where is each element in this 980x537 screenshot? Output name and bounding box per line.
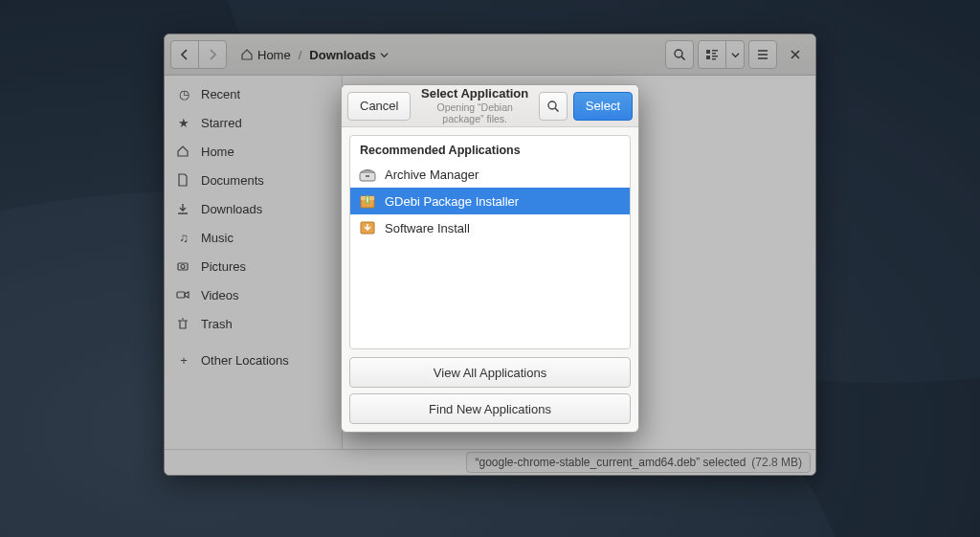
select-application-dialog: Cancel Select Application Opening “Debia… xyxy=(341,84,639,433)
app-row-label: Archive Manager xyxy=(385,168,479,182)
app-list-section-label: Recommended Applications xyxy=(350,136,630,161)
view-all-applications-button[interactable]: View All Applications xyxy=(349,357,631,388)
find-new-applications-button[interactable]: Find New Applications xyxy=(349,393,631,424)
app-row-archive-manager[interactable]: Archive Manager xyxy=(350,161,630,188)
dialog-search-button[interactable] xyxy=(539,92,568,121)
archive-manager-icon xyxy=(358,165,377,184)
app-row-label: GDebi Package Installer xyxy=(385,194,519,209)
select-label: Select xyxy=(586,99,620,113)
app-row-gdebi[interactable]: GDebi Package Installer xyxy=(350,188,630,214)
select-button[interactable]: Select xyxy=(573,92,633,121)
app-row-software-install[interactable]: Software Install xyxy=(350,214,630,241)
view-all-label: View All Applications xyxy=(434,366,546,380)
cancel-button[interactable]: Cancel xyxy=(347,92,411,121)
app-row-label: Software Install xyxy=(385,221,470,235)
dialog-content: Recommended Applications Archive Manager… xyxy=(342,127,638,357)
dialog-header: Cancel Select Application Opening “Debia… xyxy=(342,85,638,127)
dialog-title: Select Application xyxy=(416,87,532,101)
svg-rect-19 xyxy=(366,175,369,177)
dialog-footer: View All Applications Find New Applicati… xyxy=(342,357,638,432)
svg-point-16 xyxy=(548,101,556,109)
find-new-label: Find New Applications xyxy=(429,402,551,416)
svg-line-17 xyxy=(555,108,559,112)
svg-rect-22 xyxy=(367,196,369,203)
search-icon xyxy=(546,100,560,113)
cancel-label: Cancel xyxy=(360,99,398,113)
gdebi-icon xyxy=(358,191,377,211)
dialog-subtitle: Opening “Debian package” files. xyxy=(416,101,532,124)
dialog-title-wrap: Select Application Opening “Debian packa… xyxy=(416,87,532,124)
software-install-icon xyxy=(358,218,377,237)
app-list: Recommended Applications Archive Manager… xyxy=(349,135,631,349)
